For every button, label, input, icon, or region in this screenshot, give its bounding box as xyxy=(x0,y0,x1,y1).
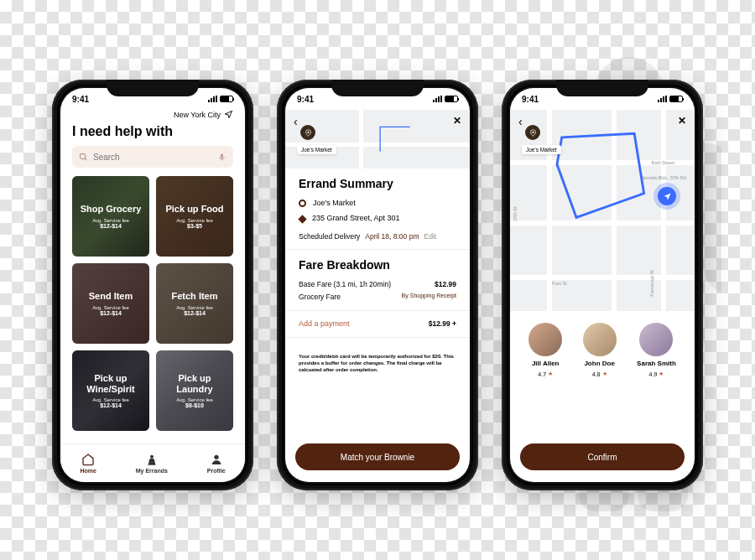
close-button[interactable]: ✕ xyxy=(453,115,461,127)
location-label: New York City xyxy=(174,111,221,119)
payment-disclaimer: Your credit/debit card will be temporari… xyxy=(299,353,456,373)
battery-icon xyxy=(220,96,233,102)
tab-profile[interactable]: Profile xyxy=(207,453,226,474)
avatar xyxy=(583,323,617,356)
pickup-location: Joe's Market xyxy=(299,199,456,207)
star-icon: ★ xyxy=(602,371,607,377)
page-title: I need help with xyxy=(60,122,245,146)
phone-mockup-home: 9:41 New York City I need help with Shop… xyxy=(52,80,253,490)
status-time: 9:41 xyxy=(522,95,539,104)
category-grid: Shop GroceryAvg. Service fee$12-$14 Pick… xyxy=(60,176,245,443)
tab-bar: Home My Errands Profile xyxy=(60,443,245,482)
location-selector[interactable]: New York City xyxy=(60,110,245,122)
svg-point-10 xyxy=(307,131,309,132)
map-pin-label: Joe's Market xyxy=(522,145,561,154)
tile-send-item[interactable]: Send ItemAvg. Service fee$12-$14 xyxy=(72,263,149,344)
map-preview[interactable]: Joe's Market ‹ ✕ xyxy=(285,110,470,169)
search-bar[interactable] xyxy=(72,146,233,168)
battery-icon xyxy=(445,96,458,102)
route-line xyxy=(359,122,433,157)
phone-mockup-confirm: 9:41 Bath Street Nirmala Bldo, 37th Rd 3… xyxy=(502,80,703,490)
svg-point-6 xyxy=(80,153,85,158)
tile-pickup-laundry[interactable]: Pick up LaundryAvg. Service fee$8-$10 xyxy=(156,350,233,431)
match-brownie-button[interactable]: Match your Brownie xyxy=(295,443,460,470)
tile-shop-grocery[interactable]: Shop GroceryAvg. Service fee$12-$14 xyxy=(72,176,149,257)
svg-point-8 xyxy=(150,455,154,459)
svg-rect-7 xyxy=(221,153,223,158)
tab-home[interactable]: Home xyxy=(80,453,96,474)
svg-point-9 xyxy=(214,455,218,459)
status-indicators xyxy=(208,96,233,102)
tile-pickup-wine[interactable]: Pick up Wine/SpiritAvg. Service fee$12-$… xyxy=(72,350,149,431)
star-icon: ★ xyxy=(659,371,664,377)
home-icon xyxy=(81,453,95,466)
summary-title: Errand Summary xyxy=(299,177,456,190)
status-indicators xyxy=(433,96,458,102)
avatar xyxy=(528,323,562,356)
phone-mockup-summary: 9:41 Joe's Market ‹ ✕ Errand Summary Joe… xyxy=(277,80,478,490)
fare-title: Fare Breakdown xyxy=(299,258,456,272)
search-input[interactable] xyxy=(93,153,212,162)
tile-fetch-item[interactable]: Fetch ItemAvg. Service fee$12-$14 xyxy=(156,263,233,344)
svg-point-11 xyxy=(532,131,534,132)
brownie-option[interactable]: Jill Allen 4.7★ xyxy=(528,323,562,377)
map-pin-label: Joe's Market xyxy=(297,145,336,154)
dropoff-location: 235 Grand Street, Apt 301 xyxy=(299,214,456,222)
status-indicators xyxy=(658,96,683,102)
current-location-dot xyxy=(658,187,676,205)
fare-base-row: Base Fare (3.1 mi, 1h 20min)$12.99 xyxy=(299,280,456,288)
back-button[interactable]: ‹ xyxy=(294,115,298,128)
edit-schedule-link[interactable]: Edit xyxy=(424,232,437,241)
navigation-icon xyxy=(663,192,672,201)
tile-pickup-food[interactable]: Pick up FoodAvg. Service fee$3-$5 xyxy=(156,176,233,257)
tab-my-errands[interactable]: My Errands xyxy=(136,453,168,474)
scheduled-delivery-row: Scheduled Delivery April 18, 8:00 pm Edi… xyxy=(299,232,456,241)
status-time: 9:41 xyxy=(297,95,314,104)
battery-icon xyxy=(669,96,683,102)
errands-icon xyxy=(145,453,159,466)
star-icon: ★ xyxy=(548,371,553,377)
signal-icon xyxy=(208,96,217,102)
map-view[interactable]: Bath Street Nirmala Bldo, 37th Rd 37th S… xyxy=(510,110,695,311)
location-arrow-icon xyxy=(224,110,233,119)
map-pin-icon xyxy=(300,125,315,140)
brownie-list: Jill Allen 4.7★ John Doe 4.8★ Sarah Smit… xyxy=(510,311,695,382)
close-button[interactable]: ✕ xyxy=(678,115,686,127)
search-icon xyxy=(79,153,88,162)
signal-icon xyxy=(433,96,442,102)
microphone-icon[interactable] xyxy=(217,153,226,162)
fare-grocery-row: Grocery FareBy Shopping Receipt xyxy=(299,293,456,301)
brownie-option[interactable]: Sarah Smith 4.9★ xyxy=(637,323,676,377)
brownie-option[interactable]: John Doe 4.8★ xyxy=(583,323,617,377)
signal-icon xyxy=(658,96,667,102)
add-payment-row[interactable]: Add a payment$12.99 + xyxy=(299,319,456,328)
back-button[interactable]: ‹ xyxy=(518,115,523,128)
avatar xyxy=(639,323,673,356)
status-time: 9:41 xyxy=(72,95,89,104)
map-pin-icon xyxy=(525,125,540,140)
confirm-button[interactable]: Confirm xyxy=(520,443,685,470)
profile-icon xyxy=(210,453,223,466)
route-polygon xyxy=(538,126,664,222)
